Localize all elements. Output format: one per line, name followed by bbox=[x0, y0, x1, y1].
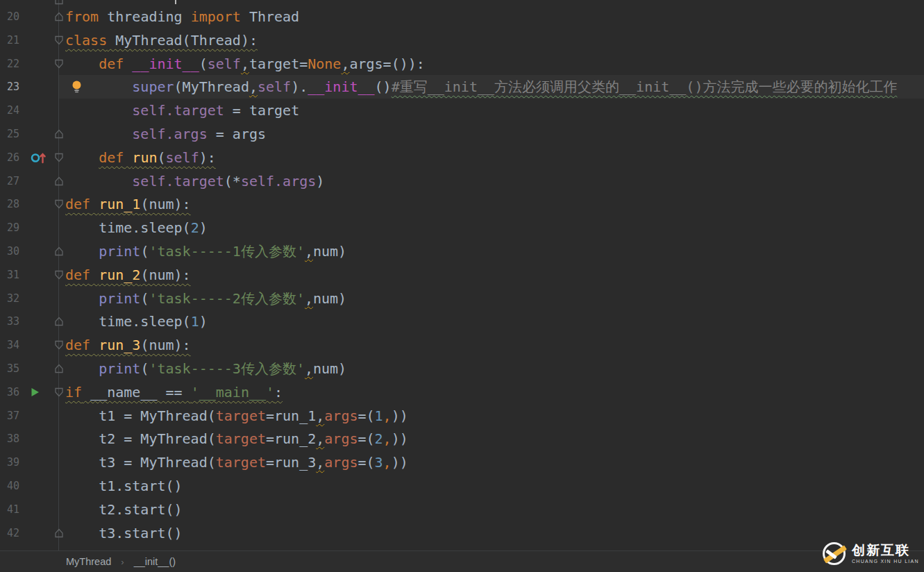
code-text[interactable]: print('task-----3传入参数',num) bbox=[65, 357, 346, 380]
line-number[interactable]: 32 bbox=[0, 287, 19, 310]
line-number[interactable]: 33 bbox=[0, 310, 19, 333]
code-editor[interactable]: 20from threading import Thread21class My… bbox=[0, 0, 924, 550]
fold-down-icon[interactable] bbox=[54, 59, 64, 69]
line-number[interactable]: 40 bbox=[0, 474, 19, 498]
override-marker-icon[interactable] bbox=[31, 151, 47, 164]
code-line[interactable]: 21class MyThread(Thread): bbox=[0, 28, 924, 52]
code-line[interactable]: 42 t3.start() bbox=[0, 521, 924, 545]
code-line[interactable]: 34def run_3(num): bbox=[0, 333, 924, 357]
code-line[interactable]: 23 super(MyThread,self).__init__()#重写__i… bbox=[0, 75, 924, 99]
code-text[interactable]: def __init__(self,target=None,args=()): bbox=[65, 52, 425, 76]
line-number[interactable]: 36 bbox=[0, 380, 19, 404]
code-text[interactable]: def run(self): bbox=[65, 146, 216, 169]
code-text[interactable]: self.target(*self.args) bbox=[65, 169, 324, 193]
code-text[interactable]: class MyThread(Thread): bbox=[65, 28, 258, 52]
code-line[interactable]: 32 print('task-----2传入参数',num) bbox=[0, 287, 924, 310]
code-text[interactable]: def run_2(num): bbox=[65, 263, 191, 287]
fold-down-icon[interactable] bbox=[54, 153, 64, 162]
fold-down-icon[interactable] bbox=[54, 340, 64, 350]
code-text[interactable]: self.target = target bbox=[65, 99, 299, 122]
line-number[interactable]: 24 bbox=[0, 99, 19, 122]
fold-up-icon[interactable] bbox=[54, 364, 64, 373]
lightbulb-icon[interactable] bbox=[72, 81, 82, 94]
code-text[interactable]: time.sleep(2) bbox=[65, 216, 208, 239]
code-line[interactable]: 39 t3 = MyThread(target=run_3,args=(3,)) bbox=[0, 451, 924, 474]
code-line[interactable]: 29 time.sleep(2) bbox=[0, 216, 924, 239]
line-number[interactable]: 35 bbox=[0, 357, 19, 380]
fold-up-icon[interactable] bbox=[54, 317, 64, 326]
fold-up-icon[interactable] bbox=[54, 528, 64, 538]
fold-down-icon[interactable] bbox=[54, 270, 64, 280]
ide-window: 20from threading import Thread21class My… bbox=[0, 0, 924, 572]
code-text[interactable]: t1.start() bbox=[65, 474, 183, 498]
fold-down-icon[interactable] bbox=[54, 387, 64, 397]
line-number[interactable]: 22 bbox=[0, 52, 19, 76]
fold-down-icon[interactable] bbox=[54, 199, 64, 209]
watermark-title: 创新互联 bbox=[852, 543, 919, 557]
code-line[interactable]: 31def run_2(num): bbox=[0, 263, 924, 287]
fold-up-icon[interactable] bbox=[54, 129, 64, 139]
breadcrumb-class[interactable]: MyThread bbox=[66, 556, 111, 567]
code-text[interactable]: t1 = MyThread(target=run_1,args=(1,)) bbox=[65, 404, 408, 428]
line-number[interactable]: 25 bbox=[0, 122, 19, 146]
code-text[interactable]: t2.start() bbox=[65, 498, 183, 521]
fold-down-icon[interactable] bbox=[54, 35, 64, 45]
code-text[interactable]: from threading import Thread bbox=[65, 5, 299, 28]
code-text[interactable]: print('task-----1传入参数',num) bbox=[65, 239, 346, 263]
watermark-subtitle: CHUANG XIN HU LIAN bbox=[852, 559, 919, 564]
code-line[interactable]: 37 t1 = MyThread(target=run_1,args=(1,)) bbox=[0, 404, 924, 428]
code-line[interactable]: 41 t2.start() bbox=[0, 498, 924, 521]
line-number[interactable]: 28 bbox=[0, 192, 19, 216]
chevron-right-icon: › bbox=[121, 557, 124, 567]
line-number[interactable]: 38 bbox=[0, 427, 19, 451]
line-number[interactable]: 20 bbox=[0, 5, 19, 28]
line-number[interactable]: 29 bbox=[0, 216, 19, 239]
code-line[interactable]: 40 t1.start() bbox=[0, 474, 924, 498]
line-number[interactable]: 26 bbox=[0, 146, 19, 169]
code-line[interactable]: 22 def __init__(self,target=None,args=()… bbox=[0, 52, 924, 76]
breadcrumb-member[interactable]: __init__() bbox=[134, 556, 176, 567]
code-text[interactable]: t3.start() bbox=[65, 521, 183, 545]
code-text[interactable]: time.sleep(1) bbox=[65, 310, 208, 333]
code-line[interactable]: 38 t2 = MyThread(target=run_2,args=(2,)) bbox=[0, 427, 924, 451]
fold-up-icon[interactable] bbox=[54, 176, 64, 186]
code-line[interactable]: 28def run_1(num): bbox=[0, 192, 924, 216]
code-line[interactable]: 25 self.args = args bbox=[0, 122, 924, 146]
code-line[interactable]: 24 self.target = target bbox=[0, 99, 924, 122]
code-text[interactable]: super(MyThread,self).__init__()#重写__init… bbox=[65, 75, 897, 99]
code-line[interactable]: 30 print('task-----1传入参数',num) bbox=[0, 239, 924, 263]
site-watermark: 创新互联 CHUANG XIN HU LIAN bbox=[823, 536, 921, 571]
line-number[interactable]: 21 bbox=[0, 28, 19, 52]
fold-up-icon[interactable] bbox=[54, 12, 64, 22]
code-text[interactable]: self.args = args bbox=[65, 122, 266, 146]
line-number[interactable]: 34 bbox=[0, 333, 19, 357]
line-number[interactable]: 27 bbox=[0, 169, 19, 193]
code-line[interactable]: 35 print('task-----3传入参数',num) bbox=[0, 357, 924, 380]
line-number[interactable]: 41 bbox=[0, 498, 19, 521]
code-text[interactable]: def run_1(num): bbox=[65, 192, 191, 216]
code-line[interactable]: 20from threading import Thread bbox=[0, 5, 924, 28]
line-number[interactable]: 37 bbox=[0, 404, 19, 428]
code-line[interactable]: 26 def run(self): bbox=[0, 146, 924, 169]
fold-up-icon[interactable] bbox=[54, 0, 64, 5]
code-text[interactable]: def run_3(num): bbox=[65, 333, 191, 357]
watermark-logo-icon bbox=[823, 542, 846, 565]
code-text[interactable]: t3 = MyThread(target=run_3,args=(3,)) bbox=[65, 451, 408, 474]
line-number[interactable]: 30 bbox=[0, 239, 19, 263]
run-button-icon[interactable] bbox=[31, 387, 40, 397]
code-text[interactable]: if __name__ == '__main__': bbox=[65, 380, 283, 404]
line-number[interactable]: 42 bbox=[0, 521, 19, 545]
code-line[interactable]: 33 time.sleep(1) bbox=[0, 310, 924, 333]
text-caret bbox=[175, 0, 176, 4]
code-line[interactable]: 36if __name__ == '__main__': bbox=[0, 380, 924, 404]
line-number[interactable]: 39 bbox=[0, 451, 19, 474]
code-text[interactable]: t2 = MyThread(target=run_2,args=(2,)) bbox=[65, 427, 408, 451]
fold-up-icon[interactable] bbox=[54, 246, 64, 256]
line-number[interactable]: 23 bbox=[0, 75, 19, 99]
line-number[interactable]: 31 bbox=[0, 263, 19, 287]
code-text[interactable]: print('task-----2传入参数',num) bbox=[65, 287, 346, 310]
breadcrumb-bar: MyThread › __init__() bbox=[0, 550, 924, 572]
code-line[interactable]: 27 self.target(*self.args) bbox=[0, 169, 924, 193]
